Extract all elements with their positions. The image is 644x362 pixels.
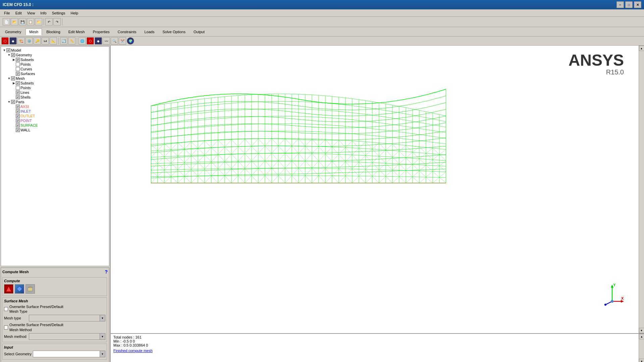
maximize-button[interactable]: □	[625, 1, 633, 8]
menu-settings[interactable]: Settings	[49, 10, 68, 16]
compute-scroll-area[interactable]: Compute	[2, 276, 108, 361]
tree-checkbox-geopoints[interactable]	[16, 62, 20, 66]
tree-checkbox-mesh[interactable]	[11, 76, 15, 80]
expand-icon-geopoints[interactable]	[12, 62, 16, 66]
tb-mesh7[interactable]: 📐	[50, 37, 57, 45]
tree-root[interactable]: ▼ Model	[2, 48, 108, 53]
tree-area[interactable]: ▼ Model ▼ Geometry ▶ Subsets Points	[1, 46, 109, 266]
tree-geo-subsets[interactable]: ▶ Subsets	[2, 57, 108, 62]
compute-icon-volume[interactable]	[15, 284, 24, 294]
tree-part-wall[interactable]: WALL	[2, 128, 108, 132]
tab-solve-options[interactable]: Solve Options	[159, 28, 189, 35]
tree-checkbox-meshpoints[interactable]	[16, 86, 20, 90]
tree-checkbox-inlet[interactable]	[16, 109, 20, 113]
tree-checkbox-surface[interactable]	[16, 123, 20, 127]
tree-part-inlet[interactable]: INLET	[2, 109, 108, 114]
tb-save3[interactable]: 📁	[35, 18, 42, 25]
tree-checkbox-meshsubsets[interactable]	[16, 81, 20, 85]
tree-checkbox-axsi[interactable]	[16, 105, 20, 109]
tree-geometry[interactable]: ▼ Geometry	[2, 53, 108, 57]
tab-mesh[interactable]: Mesh	[25, 28, 42, 35]
tab-properties[interactable]: Properties	[89, 28, 113, 35]
log-scroll-up[interactable]: ▲	[639, 334, 644, 339]
tree-mesh-subsets[interactable]: ▶ Subsets	[2, 81, 108, 85]
expand-icon-mesh[interactable]: ▼	[7, 76, 11, 80]
log-scroll-track[interactable]	[639, 339, 644, 359]
scroll-down-arrow[interactable]: ▼	[639, 328, 644, 333]
tree-geo-surfaces[interactable]: Surfaces	[2, 71, 108, 76]
expand-icon-meshshells[interactable]	[12, 95, 16, 99]
menu-edit[interactable]: Edit	[13, 10, 24, 16]
tree-mesh[interactable]: ▼ Mesh	[2, 76, 108, 81]
tab-geometry[interactable]: Geometry	[1, 28, 25, 35]
expand-icon-geocurves[interactable]	[12, 67, 16, 71]
tb-mesh11[interactable]: ⬡	[87, 37, 94, 45]
tree-checkbox-meshlines[interactable]	[16, 90, 20, 95]
tb-undo[interactable]: ↶	[45, 18, 53, 25]
tree-checkbox-geocurves[interactable]	[16, 67, 20, 71]
tb-mesh10[interactable]: 🌐	[78, 37, 86, 45]
tree-mesh-points[interactable]: Points	[2, 85, 108, 90]
select-geom-input[interactable]: All	[33, 351, 100, 357]
log-scroll-down[interactable]: ▼	[639, 359, 644, 362]
tb-mesh1[interactable]: ⬡	[1, 37, 9, 45]
menu-help[interactable]: Help	[68, 10, 81, 16]
tb-mesh4[interactable]: ⚙️	[25, 37, 33, 45]
expand-icon-geo[interactable]: ▼	[7, 53, 11, 57]
help-button[interactable]: ?	[105, 269, 108, 275]
mesh-method-dropdown[interactable]: ▼	[100, 333, 105, 340]
tree-checkbox-geosubsets[interactable]	[16, 58, 20, 62]
tab-edit-mesh[interactable]: Edit Mesh	[65, 28, 89, 35]
expand-icon-wall[interactable]	[12, 128, 16, 132]
tree-parts[interactable]: ▼ Parts	[2, 100, 108, 104]
expand-icon-meshsubsets[interactable]: ▶	[12, 81, 16, 85]
mesh-type-input[interactable]: All Tri	[29, 315, 100, 321]
menu-info[interactable]: Info	[38, 10, 49, 16]
expand-icon-meshpoints[interactable]	[12, 86, 16, 90]
tab-blocking[interactable]: Blocking	[43, 28, 64, 35]
compute-icon-surface[interactable]	[4, 284, 13, 294]
expand-icon-point[interactable]	[12, 119, 16, 123]
tb-mesh8[interactable]: 🔄	[60, 37, 67, 45]
tab-output[interactable]: Output	[190, 28, 208, 35]
expand-icon-outlet[interactable]	[12, 114, 16, 118]
tb-mesh2[interactable]: ◆	[9, 37, 17, 45]
viewport-canvas[interactable]: ANSYS R15.0	[111, 46, 644, 333]
tree-part-point[interactable]: POINT	[2, 118, 108, 123]
tb-save[interactable]: 💾	[19, 18, 26, 25]
tree-checkbox-model[interactable]	[6, 48, 10, 52]
menu-view[interactable]: View	[24, 10, 38, 16]
tb-mesh12[interactable]: ◆	[95, 37, 102, 45]
overwrite2-checkbox[interactable]	[4, 325, 8, 329]
tb-mesh3[interactable]: 🏗️	[17, 37, 25, 45]
tree-checkbox-outlet[interactable]	[16, 114, 20, 118]
tb-mesh6[interactable]: Ld	[42, 37, 49, 45]
expand-icon-surface[interactable]	[12, 123, 16, 127]
menu-file[interactable]: File	[1, 10, 13, 16]
tree-geo-points[interactable]: Points	[2, 62, 108, 67]
tree-checkbox-meshshells[interactable]	[16, 95, 20, 99]
tb-save2[interactable]: 📋	[27, 18, 34, 25]
tree-mesh-shells[interactable]: Shells	[2, 95, 108, 100]
tree-part-surface[interactable]: SURFACE	[2, 123, 108, 128]
minimize-button[interactable]: −	[616, 1, 624, 8]
tb-mesh15[interactable]: ✂️	[119, 37, 126, 45]
tb-mesh13[interactable]: 〰️	[103, 37, 110, 45]
tb-new[interactable]: 📄	[3, 18, 10, 25]
tree-part-axsi[interactable]: AXSI	[2, 104, 108, 109]
tree-geo-curves[interactable]: Curves	[2, 67, 108, 71]
expand-icon-geosurfaces[interactable]	[12, 72, 16, 76]
expand-icon-geosubsets[interactable]: ▶	[12, 58, 16, 62]
scroll-up-arrow[interactable]: ▲	[639, 46, 644, 51]
viewport-scrollbar[interactable]: ▲ ▼	[639, 46, 644, 333]
tb-redo[interactable]: ↷	[53, 18, 61, 25]
expand-icon-axsi[interactable]	[12, 105, 16, 109]
log-scrollbar[interactable]: ▲ ▼	[639, 334, 644, 362]
tb-mesh9[interactable]: 📏	[68, 37, 75, 45]
tab-constraints[interactable]: Constraints	[114, 28, 140, 35]
close-button[interactable]: ✕	[634, 1, 641, 8]
expand-icon-meshlines[interactable]	[12, 90, 16, 95]
expand-icon-inlet[interactable]	[12, 109, 16, 113]
expand-icon-parts[interactable]: ▼	[7, 100, 11, 104]
tb-mesh16[interactable]: 🌍	[127, 37, 134, 45]
